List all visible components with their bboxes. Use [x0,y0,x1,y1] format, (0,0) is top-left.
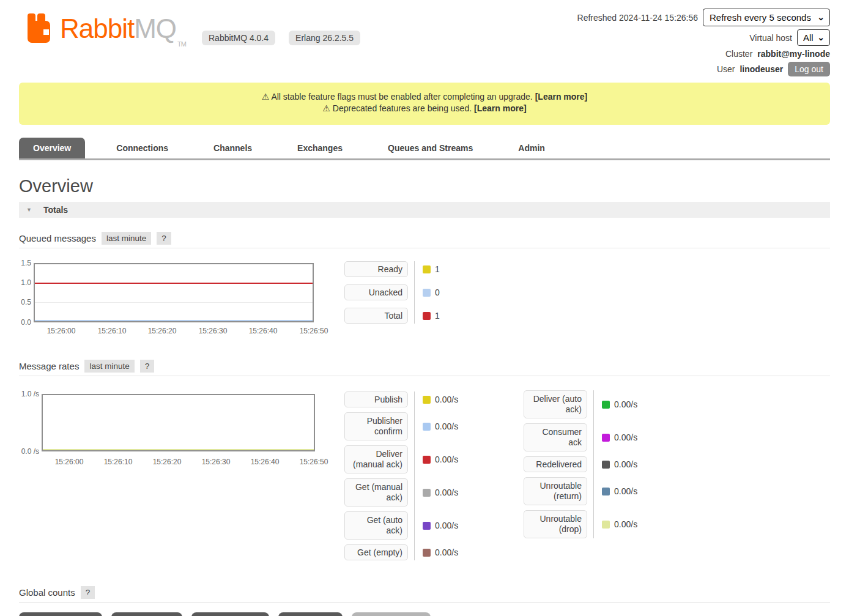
publish-color-swatch [423,396,431,404]
consumers-count-badge[interactable]: Consumers:0 [352,612,431,616]
cluster-name: rabbit@my-linode [757,49,830,59]
refresh-interval-select[interactable]: Refresh every 5 seconds [703,9,830,26]
get-auto-ack-rate: 0.00/s [435,521,458,530]
time-range-selector[interactable]: last minute [102,232,151,245]
unacked-series-line [35,320,313,321]
legend-button-unroutable-drop[interactable]: Unroutable (drop) [524,510,587,538]
message-rates-title: Message rates [19,361,79,371]
learn-more-link[interactable]: [Learn more] [535,92,588,102]
legend-button-publisher-confirm[interactable]: Publisher confirm [344,412,408,440]
cluster-label: Cluster [725,49,752,59]
ready-color-swatch [423,265,431,273]
legend-button-publish[interactable]: Publish [344,391,408,407]
help-icon[interactable]: ? [140,360,155,373]
x-tick: 15:26:40 [241,327,285,335]
tab-channels[interactable]: Channels [199,138,266,158]
y-tick: 1.5 [19,258,31,268]
channels-count-badge[interactable]: Channels:0 [111,612,182,616]
refreshed-timestamp: Refreshed 2024-11-24 15:26:56 [577,13,698,23]
unroutable-return-rate: 0.00/s [614,486,637,496]
deprecated-features-warning: ⚠ Deprecated features are being used.[Le… [19,103,830,114]
brand: RabbitMQTM [27,13,186,51]
trademark-label: TM [177,40,186,48]
legend-button-get-auto-ack[interactable]: Get (auto ack) [344,511,408,540]
total-color-swatch [423,312,431,320]
get-manual-ack-color-swatch [423,489,431,497]
redelivered-color-swatch [602,461,610,469]
message-rates-legend-right: Deliver (auto ack) Consumer ack Redelive… [524,390,637,538]
tab-admin[interactable]: Admin [504,138,559,158]
message-rates-header: Message rates last minute ? [19,360,830,376]
tab-queues-and-streams[interactable]: Queues and Streams [374,138,487,158]
legend-labels: Deliver (auto ack) Consumer ack Redelive… [524,390,587,538]
legend-labels: Ready Unacked Total [344,261,408,324]
legend-button-unacked[interactable]: Unacked [344,284,408,300]
legend-button-get-manual-ack[interactable]: Get (manual ack) [344,478,408,507]
legend-value-row: 1 [423,308,440,324]
exchanges-count-badge[interactable]: Exchanges:8 [191,612,269,616]
get-auto-ack-color-swatch [423,522,431,530]
virtual-host-select[interactable]: All [797,29,830,46]
consumer-ack-color-swatch [602,434,610,442]
user-label: User [717,64,735,74]
legend-button-total[interactable]: Total [344,308,408,324]
totals-section-toggle[interactable]: ▼ Totals [19,202,830,218]
legend-values: 1 0 1 [414,261,440,324]
legend-button-get-empty[interactable]: Get (empty) [344,544,408,560]
legend-button-unroutable-return[interactable]: Unroutable (return) [524,477,587,505]
legend-labels: Publish Publisher confirm Deliver (manua… [344,391,408,560]
consumer-ack-rate: 0.00/s [614,432,637,442]
legend-button-ready[interactable]: Ready [344,261,408,277]
deliver-auto-ack-color-swatch [602,401,610,409]
unacked-value: 0 [435,288,440,297]
legend-value-row: 0.00/s [423,544,458,560]
legend-button-deliver-manual-ack[interactable]: Deliver (manual ack) [344,445,408,473]
y-tick: 0.5 [19,297,31,307]
brand-word-rabbit: Rabbit [60,13,134,43]
help-icon[interactable]: ? [157,232,171,245]
legend-values: 0.00/s 0.00/s 0.00/s 0.00/s 0.00/s 0.00/… [414,391,458,560]
virtual-host-label: Virtual host [749,33,792,43]
connections-count-badge[interactable]: Connections:0 [19,612,102,616]
message-rates-chart: 1.0 /s 0.0 /s 15:26:00 15:26:10 15:26:20… [19,386,830,574]
deliver-manual-ack-rate: 0.00/s [435,455,458,464]
publisher-confirm-color-swatch [423,423,431,431]
legend-value-row: 0.00/s [423,511,458,540]
total-value: 1 [435,311,440,321]
global-counts-row: Connections:0 Channels:0 Exchanges:8 Que… [19,612,830,616]
legend-button-redelivered[interactable]: Redelivered [524,456,587,472]
legend-value-row: 0.00/s [602,456,637,472]
queues-count-badge[interactable]: Queues:1 [278,612,343,616]
help-icon[interactable]: ? [81,586,95,599]
unacked-color-swatch [423,289,431,297]
legend-button-deliver-auto-ack[interactable]: Deliver (auto ack) [524,390,587,418]
legend-value-row: 0.00/s [423,412,458,440]
version-badges: RabbitMQ 4.0.4 Erlang 26.2.5.5 [202,31,360,45]
legend-values: 0.00/s 0.00/s 0.00/s 0.00/s 0.00/s [593,390,637,538]
rabbitmq-management-page: RabbitMQTM RabbitMQ 4.0.4 Erlang 26.2.5.… [0,0,849,616]
queued-messages-chart: 1.5 1.0 0.5 0.0 15:26:00 15:26:10 15:26:… [19,258,830,339]
learn-more-link[interactable]: [Learn more] [474,103,527,113]
warning-text: ⚠ Deprecated features are being used. [322,103,472,113]
virtual-host-select-wrap: All ⌄ [797,29,830,46]
deliver-auto-ack-rate: 0.00/s [614,399,637,409]
tab-overview[interactable]: Overview [19,138,85,158]
legend-value-row: 0.00/s [602,510,637,538]
y-tick: 1.0 /s [19,389,39,399]
publisher-confirm-rate: 0.00/s [435,421,458,431]
legend-value-row: 1 [423,261,440,277]
tab-connections[interactable]: Connections [102,138,182,158]
get-empty-rate: 0.00/s [435,547,458,557]
legend-button-consumer-ack[interactable]: Consumer ack [524,423,587,451]
legend-value-row: 0.00/s [423,391,458,407]
y-tick: 0.0 /s [19,447,39,456]
tab-exchanges[interactable]: Exchanges [283,138,357,158]
rabbitmq-logo-icon [27,13,56,43]
time-range-selector[interactable]: last minute [84,360,134,373]
x-tick: 15:26:30 [191,327,235,335]
rabbitmq-version-badge: RabbitMQ 4.0.4 [202,31,275,45]
logout-button[interactable]: Log out [788,62,830,76]
publish-rate: 0.00/s [435,395,458,404]
plot-area [34,263,314,322]
deliver-manual-ack-color-swatch [423,456,431,464]
